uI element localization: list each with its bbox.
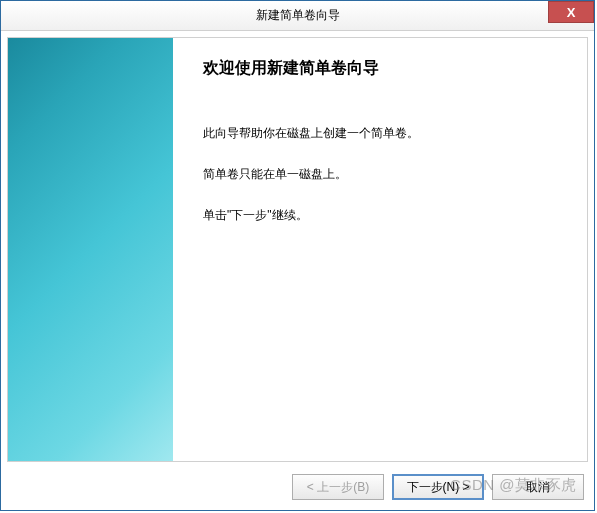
close-button[interactable]: X [548, 1, 594, 23]
wizard-text-3: 单击"下一步"继续。 [203, 206, 557, 225]
back-button: < 上一步(B) [292, 474, 384, 500]
next-button[interactable]: 下一步(N) > [392, 474, 484, 500]
wizard-window: 新建简单卷向导 X 欢迎使用新建简单卷向导 此向导帮助你在磁盘上创建一个简单卷。… [0, 0, 595, 511]
close-icon: X [567, 5, 576, 20]
wizard-sidebar-graphic [8, 38, 173, 461]
title-bar: 新建简单卷向导 X [1, 1, 594, 31]
inner-panel: 欢迎使用新建简单卷向导 此向导帮助你在磁盘上创建一个简单卷。 简单卷只能在单一磁… [7, 37, 588, 462]
window-title: 新建简单卷向导 [256, 7, 340, 24]
cancel-button[interactable]: 取消 [492, 474, 584, 500]
wizard-text-1: 此向导帮助你在磁盘上创建一个简单卷。 [203, 124, 557, 143]
wizard-heading: 欢迎使用新建简单卷向导 [203, 58, 557, 79]
main-content: 欢迎使用新建简单卷向导 此向导帮助你在磁盘上创建一个简单卷。 简单卷只能在单一磁… [173, 38, 587, 461]
content-area: 欢迎使用新建简单卷向导 此向导帮助你在磁盘上创建一个简单卷。 简单卷只能在单一磁… [1, 31, 594, 468]
button-row: < 上一步(B) 下一步(N) > 取消 [1, 468, 594, 510]
wizard-text-2: 简单卷只能在单一磁盘上。 [203, 165, 557, 184]
